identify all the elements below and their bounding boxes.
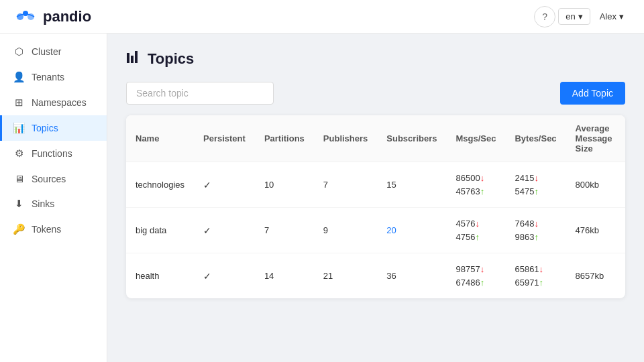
persistent-check: ✓ <box>203 180 211 190</box>
sidebar-item-namespaces[interactable]: ⊞ Namespaces <box>0 90 107 115</box>
cell-publishers: 9 <box>314 208 377 253</box>
table-body: technologies ✓ 10 7 15 86500↓ 45763↑ 241… <box>126 162 625 299</box>
bytes-down-value: 7648 <box>515 219 534 229</box>
col-header-publishers: Publishers <box>314 115 377 162</box>
msgs-up-arrow: ↑ <box>480 278 485 288</box>
cell-publishers: 21 <box>314 253 377 299</box>
cell-avg-msg-size: 800kb <box>566 162 622 208</box>
cell-msgs: 98757↓ 67486↑ <box>446 253 505 299</box>
sidebar-item-tokens[interactable]: 🔑 Tokens <box>0 217 107 242</box>
add-topic-button[interactable]: Add Topic <box>560 82 625 105</box>
top-header: pandio ? en ▾ Alex ▾ <box>0 0 644 34</box>
page-title: Topics <box>148 50 194 68</box>
namespaces-icon: ⊞ <box>13 97 25 109</box>
cell-subscribers: 15 <box>377 162 446 208</box>
col-header-bytes: Bytes/Sec <box>505 115 566 162</box>
cell-persistent: ✓ <box>194 253 255 299</box>
topics-icon: 📊 <box>13 122 25 134</box>
cell-name: health <box>126 253 194 299</box>
header-right: ? en ▾ Alex ▾ <box>534 6 631 27</box>
sidebar-item-label: Sources <box>32 174 66 184</box>
bytes-up-arrow: ↑ <box>539 278 544 288</box>
msgs-up-value: 45763 <box>455 186 480 196</box>
sidebar-item-cluster[interactable]: ⬡ Cluster <box>0 39 107 64</box>
topics-page-icon <box>126 50 141 68</box>
main-content: Topics Add Topic Name Persistent Partiti… <box>107 34 644 362</box>
sinks-icon: ⬇ <box>13 198 25 210</box>
msgs-up-value: 67486 <box>455 278 480 288</box>
table-row: technologies ✓ 10 7 15 86500↓ 45763↑ 241… <box>126 162 625 208</box>
cell-name: technologies <box>126 162 194 208</box>
bytes-up-arrow: ↑ <box>534 232 539 242</box>
cell-subscribers: 20 <box>377 208 446 253</box>
col-header-name: Name <box>126 115 194 162</box>
user-menu[interactable]: Alex ▾ <box>593 9 631 24</box>
msgs-down-value: 98757 <box>455 264 480 274</box>
tenants-icon: 👤 <box>13 71 25 83</box>
col-header-storage: Storage <box>622 115 625 162</box>
cell-msgs: 86500↓ 45763↑ <box>446 162 505 208</box>
sidebar-item-label: Sinks <box>32 198 54 209</box>
functions-icon: ⚙ <box>13 147 25 160</box>
cell-avg-msg-size: 476kb <box>566 208 622 253</box>
sidebar-item-functions[interactable]: ⚙ Functions <box>0 141 107 166</box>
cell-publishers: 7 <box>314 162 377 208</box>
cell-name: big data <box>126 208 194 253</box>
table-header-row: Name Persistent Partitions Publishers Su… <box>126 115 625 162</box>
language-selector[interactable]: en ▾ <box>558 8 590 25</box>
col-header-persistent: Persistent <box>194 115 255 162</box>
msgs-down-arrow: ↓ <box>480 264 485 274</box>
cell-storage: 1.2Gb <box>622 208 625 253</box>
cell-bytes: 7648↓ 9863↑ <box>505 208 566 253</box>
col-header-avg: Average Message Size <box>566 115 622 162</box>
persistent-check: ✓ <box>203 225 211 236</box>
bytes-down-arrow: ↓ <box>534 219 539 229</box>
cell-msgs: 4576↓ 4756↑ <box>446 208 505 253</box>
cluster-icon: ⬡ <box>13 46 25 58</box>
svg-point-1 <box>23 11 28 16</box>
logo-area: pandio <box>13 8 91 25</box>
sidebar-item-label: Tokens <box>32 224 61 235</box>
sidebar-item-label: Tenants <box>32 72 64 82</box>
app-body: ⬡ Cluster 👤 Tenants ⊞ Namespaces 📊 Topic… <box>0 34 644 362</box>
msgs-up-arrow: ↑ <box>475 232 480 242</box>
sidebar-item-label: Topics <box>32 123 58 133</box>
msgs-up-arrow: ↑ <box>480 186 485 196</box>
cell-partitions: 7 <box>255 208 314 253</box>
msgs-down-arrow: ↓ <box>475 219 480 229</box>
col-header-partitions: Partitions <box>255 115 314 162</box>
persistent-check: ✓ <box>203 271 211 282</box>
sidebar-item-label: Namespaces <box>32 97 87 108</box>
sidebar-item-sinks[interactable]: ⬇ Sinks <box>0 191 107 217</box>
sidebar-item-sources[interactable]: 🖥 Sources <box>0 166 107 191</box>
cell-persistent: ✓ <box>194 208 255 253</box>
sidebar-item-tenants[interactable]: 👤 Tenants <box>0 64 107 90</box>
bytes-up-value: 9863 <box>515 232 534 242</box>
col-header-msgs: Msgs/Sec <box>446 115 505 162</box>
svg-rect-5 <box>135 51 138 63</box>
table-row: big data ✓ 7 9 20 4576↓ 4756↑ 7648↓ 9863… <box>126 208 625 253</box>
cell-avg-msg-size: 8657kb <box>566 253 622 299</box>
sidebar-item-label: Cluster <box>32 46 61 57</box>
sidebar-item-label: Functions <box>32 148 72 159</box>
sidebar-item-topics[interactable]: 📊 Topics <box>0 115 107 141</box>
svg-rect-4 <box>131 56 133 63</box>
cell-partitions: 14 <box>255 253 314 299</box>
topics-table-card: Name Persistent Partitions Publishers Su… <box>126 115 625 298</box>
bytes-down-arrow: ↓ <box>539 264 544 274</box>
bytes-up-value: 65971 <box>515 278 539 288</box>
toolbar: Add Topic <box>126 82 625 105</box>
cell-bytes: 2415↓ 5475↑ <box>505 162 566 208</box>
cell-subscribers: 36 <box>377 253 446 299</box>
msgs-down-arrow: ↓ <box>480 173 485 183</box>
logo-text: pandio <box>43 8 91 25</box>
topics-table: Name Persistent Partitions Publishers Su… <box>126 115 625 298</box>
search-input[interactable] <box>126 82 274 105</box>
table-row: health ✓ 14 21 36 98757↓ 67486↑ 65861↓ 6… <box>126 253 625 299</box>
sidebar: ⬡ Cluster 👤 Tenants ⊞ Namespaces 📊 Topic… <box>0 34 107 362</box>
bytes-down-value: 2415 <box>515 173 534 183</box>
bytes-down-value: 65861 <box>515 264 539 274</box>
col-header-subscribers: Subscribers <box>377 115 446 162</box>
help-button[interactable]: ? <box>534 6 555 27</box>
cell-partitions: 10 <box>255 162 314 208</box>
